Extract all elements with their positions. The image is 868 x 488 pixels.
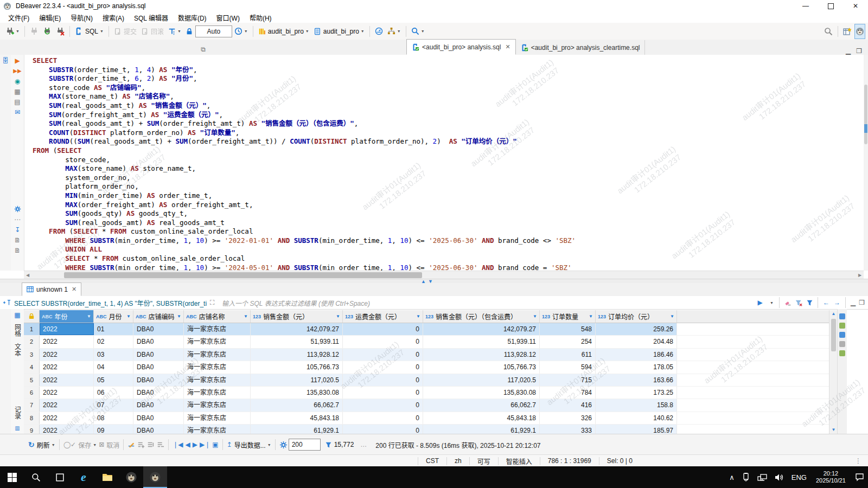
menu-item-4[interactable]: SQL 编辑器 [129,12,173,23]
code-line[interactable]: 809 WHERE SUBSTR(min_order_time, 1, 10) … [0,236,868,246]
grid-cell[interactable]: 2022 [40,399,94,411]
volume-tray-icon[interactable] [771,473,788,481]
row-number[interactable]: 9 [24,425,40,434]
table-row[interactable]: 6202206DBA0海一家京东店135,830.080135,830.0878… [24,387,829,399]
grid-cell[interactable]: DBA0 [133,399,184,411]
grid-cell[interactable]: 0 [343,336,423,348]
grid-cell[interactable]: 142,079.27 [251,323,343,335]
search-button[interactable] [410,25,426,38]
taskbar-clock[interactable]: 20:12 2025/10/21 [810,470,851,484]
scrollbar-thumb[interactable] [864,85,867,144]
column-filter-icon[interactable]: ▼ [241,314,248,319]
grid-vertical-scrollbar[interactable]: ▲ ▼ [829,310,838,434]
grid-cell[interactable]: 140.62 [596,412,677,424]
nav-back-icon[interactable]: ← [821,299,832,306]
grid-cell[interactable]: 416 [540,399,596,411]
grid-cell[interactable]: 0 [343,425,423,434]
file-explorer-button[interactable] [95,466,119,488]
disconnect-button[interactable] [28,25,40,38]
next-row-button[interactable]: ▶ [193,441,197,448]
grid-cell[interactable]: 117,020.5 [251,374,343,386]
maximize-button[interactable] [818,0,843,12]
grid-cell[interactable]: 45,843.18 [251,412,343,424]
record-mode-icon[interactable]: ▥ [12,423,23,433]
nav-forward-icon[interactable]: → [832,299,843,306]
results-minimize-icon[interactable]: ▁ [848,299,858,306]
grid-cell[interactable]: 254 [540,336,596,348]
scroll-up-icon[interactable]: ▲ [829,310,838,318]
grid-cell[interactable]: 186.46 [596,349,677,361]
row-number[interactable]: 1 [24,323,40,335]
expand-query-icon[interactable]: ⛶ [207,299,218,306]
column-filter-icon[interactable]: ▼ [586,314,593,319]
grid-cell[interactable]: 158.8 [596,399,677,411]
menu-item-0[interactable]: 文件(F) [3,12,34,23]
export-from-query-icon[interactable]: ↧ [12,225,23,234]
previous-row-button[interactable]: ◀ [186,441,190,448]
code-line[interactable]: 799FROM (SELECT [0,146,868,156]
grid-cell[interactable]: 51,939.11 [251,336,343,348]
grouping-panel-icon[interactable] [839,350,845,356]
grid-cell[interactable]: 142,079.27 [423,323,540,335]
text-view-tab[interactable]: 文本 [13,343,22,356]
usb-tray-icon[interactable] [738,473,754,481]
minimize-view-icon[interactable]: ▁ [843,47,853,55]
more-actions-icon[interactable]: ⋯ [12,215,23,224]
grid-cell[interactable]: DBA0 [133,412,184,424]
grid-cell[interactable]: DBA0 [133,323,184,335]
script-doc2-icon[interactable]: 🗎 [12,246,23,255]
grid-cell[interactable]: 海一家京东店 [184,412,251,424]
grid-cell[interactable]: 784 [540,387,596,399]
column-header-5[interactable]: 123运费金额（元）▼ [343,310,423,323]
fetch-size-input[interactable]: 200 [289,439,321,451]
menu-item-7[interactable]: 帮助(H) [245,12,277,23]
dashboard-button[interactable] [373,25,385,38]
start-button[interactable] [0,466,24,488]
grid-cell[interactable]: 113,928.12 [423,349,540,361]
grid-cell[interactable]: 海一家京东店 [184,323,251,335]
ie-browser-button[interactable]: e [72,466,95,488]
scroll-down-icon[interactable]: ▼ [829,426,838,434]
filter-input[interactable]: 输入一个 SQL 表达式来过滤结果 (使用 Ctrl+Space) [222,298,755,307]
editor-vertical-scrollbar[interactable] [864,55,868,271]
tab-close-icon[interactable]: ✕ [505,43,510,50]
table-row[interactable]: 1202201DBA0海一家京东店142,079.270142,079.2754… [24,323,829,336]
scroll-left-icon[interactable]: ◀ [24,273,31,278]
grid-cell[interactable]: 113,928.12 [251,349,343,361]
grid-cell[interactable]: 105,766.73 [251,361,343,373]
row-number[interactable]: 4 [24,361,40,373]
results-tab-close-icon[interactable]: ✕ [72,286,76,293]
grid-cell[interactable]: 02 [94,336,133,348]
grid-cell[interactable]: 2022 [40,336,94,348]
grid-cell[interactable]: 海一家京东店 [184,399,251,411]
minimize-button[interactable]: — [793,0,818,12]
grid-cell[interactable]: 715 [540,374,596,386]
fetch-all-button[interactable]: 15,772 [325,441,354,448]
grid-cell[interactable]: 2022 [40,361,94,373]
table-row[interactable]: 3202203DBA0海一家京东店113,928.120113,928.1261… [24,349,829,361]
dbeaver-taskbar-button[interactable] [119,466,143,488]
transaction-mode-button[interactable] [167,25,183,38]
column-filter-icon[interactable]: ▼ [668,314,674,319]
column-filter-icon[interactable]: ▼ [85,314,91,319]
code-line[interactable]: 791 SUBSTR(order_time_t, 6, 2) AS "月份", [0,74,868,84]
column-filter-icon[interactable]: ▼ [124,314,131,319]
edit-cell-button[interactable] [127,441,135,448]
code-line[interactable]: 797 COUNT(DISTINCT platform_order_no) AS… [0,129,868,138]
code-line[interactable]: 808 FROM (SELECT * FROM custom_online_sa… [0,227,868,236]
grid-settings-button[interactable] [279,441,288,449]
grid-cell[interactable]: DBA0 [133,425,184,434]
column-header-1[interactable]: ABC月份▼ [94,310,133,323]
duplicate-row-button[interactable] [147,441,155,448]
taskbar-search-button[interactable] [24,466,48,488]
connection-selector[interactable]: audit_bi_pro [257,25,311,38]
grid-cell[interactable]: 326 [540,412,596,424]
network-tray-icon[interactable] [754,473,771,481]
code-line[interactable]: 798 ROUND((SUM(real_goods_amt_t) + SUM(o… [0,137,868,146]
code-line[interactable]: 801 MAX(store_name) AS store_name_t, [0,164,868,174]
row-number[interactable]: 3 [24,349,40,361]
grid-cell[interactable]: 0 [343,374,423,386]
output-icon[interactable]: ✉ [12,107,23,117]
grid-cell[interactable]: DBA0 [133,361,184,373]
code-line[interactable]: 806 SUM(goods_qty) AS goods_qty_t, [0,209,868,219]
